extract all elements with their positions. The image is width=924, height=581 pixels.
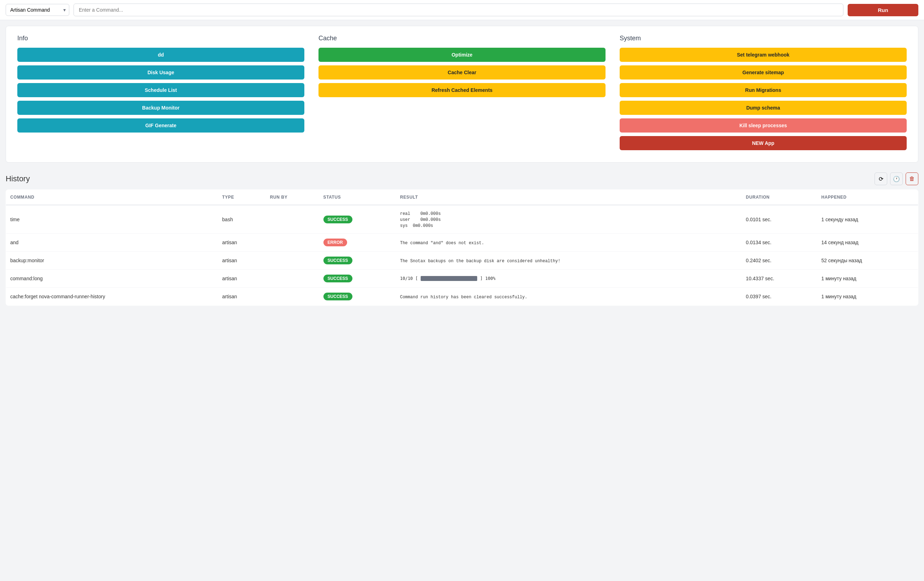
btn-set-telegram-webhook[interactable]: Set telegram webhook — [620, 48, 907, 62]
cell-happened: 52 секунды назад — [817, 252, 918, 270]
cell-run-by — [266, 205, 319, 234]
cache-title: Cache — [318, 35, 606, 42]
btn-dump-schema-row: Dump schema — [620, 101, 907, 115]
result-text: Command run history has been cleared suc… — [400, 295, 527, 300]
col-status: STATUS — [319, 190, 396, 205]
table-row: time bash SUCCESS real 0m0.000s user 0m0… — [6, 205, 918, 234]
cell-result: The Snotax backups on the backup disk ar… — [396, 252, 742, 270]
btn-dd: dd — [17, 48, 304, 62]
cell-run-by — [266, 270, 319, 288]
cell-happened: 14 секунд назад — [817, 234, 918, 252]
cell-happened: 1 минуту назад — [817, 270, 918, 288]
btn-new-app[interactable]: NEW App — [620, 136, 907, 150]
col-command: COMMAND — [6, 190, 218, 205]
cell-result: Command run history has been cleared suc… — [396, 288, 742, 306]
cell-command: backup:monitor — [6, 252, 218, 270]
delete-history-button[interactable]: 🗑 — [906, 172, 918, 185]
refresh-icon: ⟳ — [879, 176, 883, 182]
btn-backup-monitor-row: Backup Monitor — [17, 101, 304, 115]
col-happened: HAPPENED — [817, 190, 918, 205]
cell-type: artisan — [218, 270, 266, 288]
history-table-head: COMMAND TYPE RUN BY STATUS RESULT DURATI… — [6, 190, 918, 205]
btn-refresh-cached-row: Refresh Cached Elements — [318, 83, 606, 97]
cell-duration: 0.2402 sec. — [742, 252, 817, 270]
btn-refresh-cached[interactable]: Refresh Cached Elements — [318, 83, 606, 97]
command-input[interactable] — [74, 3, 843, 16]
command-type-select[interactable]: Artisan Command Bash Command — [6, 4, 69, 16]
command-type-select-wrapper: Artisan Command Bash Command — [6, 4, 69, 16]
run-button[interactable]: Run — [848, 4, 918, 16]
btn-dd[interactable]: dd — [17, 48, 304, 62]
system-section: System Set telegram webhook Generate sit… — [620, 35, 907, 154]
clock-icon: 🕐 — [893, 176, 900, 182]
col-duration: DURATION — [742, 190, 817, 205]
system-title: System — [620, 35, 907, 42]
cell-run-by — [266, 288, 319, 306]
table-row: backup:monitor artisan SUCCESS The Snota… — [6, 252, 918, 270]
result-text: The Snotax backups on the backup disk ar… — [400, 259, 561, 264]
history-table-body: time bash SUCCESS real 0m0.000s user 0m0… — [6, 205, 918, 306]
top-bar: Artisan Command Bash Command Run — [0, 0, 924, 20]
btn-run-migrations[interactable]: Run Migrations — [620, 83, 907, 97]
cell-command: command:long — [6, 270, 218, 288]
col-type: TYPE — [218, 190, 266, 205]
btn-cache-clear-row: Cache Clear — [318, 65, 606, 79]
status-badge: ERROR — [323, 239, 347, 246]
sections-container: Info dd Disk Usage Schedule List Backup … — [17, 35, 907, 154]
cell-status: SUCCESS — [319, 288, 396, 306]
trash-icon: 🗑 — [909, 176, 915, 182]
btn-migrations-row: Run Migrations — [620, 83, 907, 97]
info-title: Info — [17, 35, 304, 42]
cell-duration: 10.4337 sec. — [742, 270, 817, 288]
refresh-history-button[interactable]: ⟳ — [874, 172, 887, 185]
btn-disk-usage-row: Disk Usage — [17, 65, 304, 79]
btn-backup-monitor[interactable]: Backup Monitor — [17, 101, 304, 115]
btn-optimize[interactable]: Optimize — [318, 48, 606, 62]
cell-run-by — [266, 252, 319, 270]
history-actions: ⟳ 🕐 🗑 — [874, 172, 918, 185]
cell-type: artisan — [218, 234, 266, 252]
cell-result: real 0m0.000s user 0m0.000s sys 0m0.000s — [396, 205, 742, 234]
btn-new-app-row: NEW App — [620, 136, 907, 150]
btn-dump-schema[interactable]: Dump schema — [620, 101, 907, 115]
progress-percent: ] 100% — [480, 276, 495, 281]
table-row: and artisan ERROR The command "and" does… — [6, 234, 918, 252]
cell-duration: 0.0101 sec. — [742, 205, 817, 234]
clock-history-button[interactable]: 🕐 — [890, 172, 903, 185]
btn-kill-sleep-row: Kill sleep processes — [620, 119, 907, 132]
cell-status: SUCCESS — [319, 205, 396, 234]
cell-type: artisan — [218, 288, 266, 306]
history-header: History ⟳ 🕐 🗑 — [6, 168, 918, 190]
cell-duration: 0.0134 sec. — [742, 234, 817, 252]
progress-bar — [421, 276, 477, 281]
btn-sitemap-row: Generate sitemap — [620, 65, 907, 79]
shortcuts-panel: Info dd Disk Usage Schedule List Backup … — [6, 26, 918, 163]
btn-generate-sitemap[interactable]: Generate sitemap — [620, 65, 907, 79]
table-row: command:long artisan SUCCESS 10/10 [ ] 1… — [6, 270, 918, 288]
table-row: cache:forget nova-command-runner-history… — [6, 288, 918, 306]
cell-happened: 1 секунду назад — [817, 205, 918, 234]
cell-result: The command "and" does not exist. — [396, 234, 742, 252]
progress-label: 10/10 [ — [400, 276, 418, 281]
history-title: History — [6, 174, 30, 183]
result-mono: real 0m0.000s user 0m0.000s sys 0m0.000s — [400, 211, 441, 228]
btn-disk-usage[interactable]: Disk Usage — [17, 65, 304, 79]
col-run-by: RUN BY — [266, 190, 319, 205]
cell-happened: 1 минуту назад — [817, 288, 918, 306]
status-badge: SUCCESS — [323, 275, 352, 282]
history-table: COMMAND TYPE RUN BY STATUS RESULT DURATI… — [6, 190, 918, 306]
btn-cache-clear[interactable]: Cache Clear — [318, 65, 606, 79]
btn-telegram-row: Set telegram webhook — [620, 48, 907, 62]
status-badge: SUCCESS — [323, 293, 352, 300]
progress-container: 10/10 [ ] 100% — [400, 276, 738, 281]
cell-type: bash — [218, 205, 266, 234]
btn-gif-generate[interactable]: GIF Generate — [17, 119, 304, 132]
cell-type: artisan — [218, 252, 266, 270]
cell-command: cache:forget nova-command-runner-history — [6, 288, 218, 306]
cell-status: SUCCESS — [319, 252, 396, 270]
btn-kill-sleep-processes[interactable]: Kill sleep processes — [620, 119, 907, 132]
btn-schedule-list[interactable]: Schedule List — [17, 83, 304, 97]
status-badge: SUCCESS — [323, 257, 352, 264]
result-text: The command "and" does not exist. — [400, 241, 484, 246]
cell-run-by — [266, 234, 319, 252]
